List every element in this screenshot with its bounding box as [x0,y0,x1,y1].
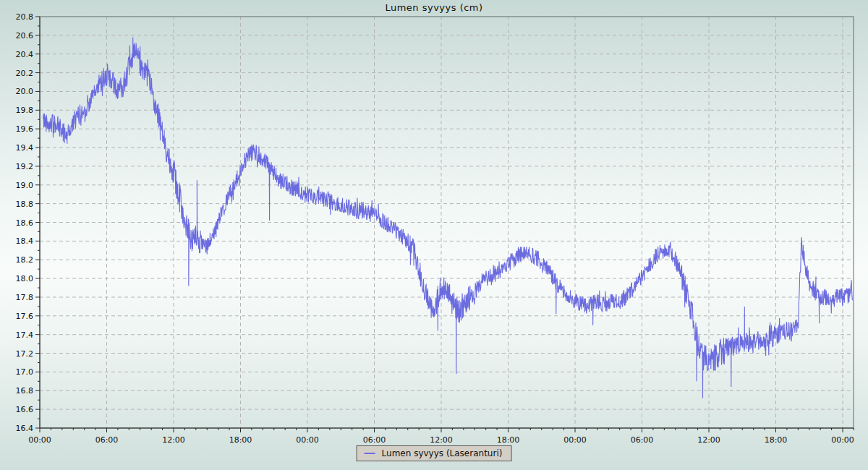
legend-line-sample-icon [365,453,375,454]
svg-text:12:00: 12:00 [162,435,185,445]
svg-text:12:00: 12:00 [430,435,453,445]
svg-text:18.4: 18.4 [16,236,34,246]
svg-text:00:00: 00:00 [831,435,854,445]
svg-text:12:00: 12:00 [697,435,720,445]
svg-text:18:00: 18:00 [765,435,788,445]
svg-text:17.2: 17.2 [16,349,34,359]
svg-text:17.0: 17.0 [16,367,34,377]
svg-text:00:00: 00:00 [296,435,319,445]
line-chart-canvas: 16.416.616.817.017.217.417.617.818.018.2… [0,0,868,470]
svg-text:18.6: 18.6 [16,218,34,228]
svg-text:19.2: 19.2 [16,162,34,171]
svg-text:06:00: 06:00 [363,435,386,445]
svg-text:17.6: 17.6 [16,312,34,321]
svg-text:19.6: 19.6 [16,124,34,134]
chart-window: Lumen syvyys (cm) 16.416.616.817.017.217… [0,0,868,470]
svg-text:16.6: 16.6 [16,405,34,414]
svg-text:19.8: 19.8 [16,106,34,115]
svg-text:00:00: 00:00 [28,435,51,445]
svg-text:18.2: 18.2 [16,255,34,265]
legend: Lumen syvyys (Laseranturi) [357,445,512,461]
svg-text:06:00: 06:00 [95,435,119,445]
svg-text:00:00: 00:00 [563,435,587,445]
svg-text:17.4: 17.4 [16,330,34,340]
svg-text:20.0: 20.0 [16,87,34,96]
svg-text:18:00: 18:00 [497,435,520,445]
svg-text:18.0: 18.0 [16,274,34,283]
svg-text:17.8: 17.8 [16,293,34,302]
svg-text:16.8: 16.8 [16,386,34,396]
svg-text:20.6: 20.6 [16,31,34,40]
svg-text:20.2: 20.2 [16,69,34,78]
svg-text:18.8: 18.8 [16,200,34,209]
legend-label: Lumen syvyys (Laseranturi) [382,448,503,458]
svg-text:18:00: 18:00 [229,435,252,445]
svg-text:20.8: 20.8 [16,12,34,22]
svg-text:19.0: 19.0 [16,181,34,190]
svg-text:06:00: 06:00 [631,435,654,445]
svg-text:19.4: 19.4 [16,143,34,153]
svg-text:20.4: 20.4 [16,50,34,59]
svg-text:16.4: 16.4 [16,424,34,433]
